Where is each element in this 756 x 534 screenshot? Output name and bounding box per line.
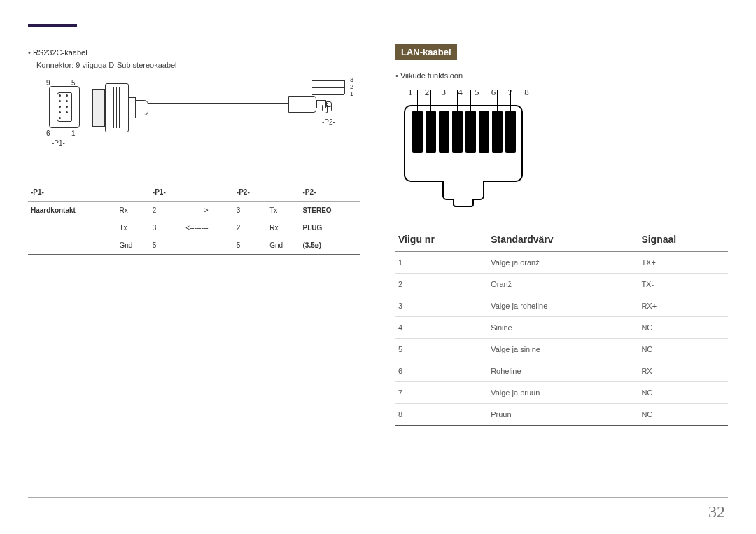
- header-accent-rule: [28, 24, 77, 27]
- lan-cell: NC: [638, 382, 728, 404]
- lan-cell: 6: [396, 360, 488, 382]
- pin-label-6: 6: [46, 129, 50, 137]
- lan-cell: Pruun: [488, 404, 638, 426]
- lan-cell: RX+: [638, 295, 728, 317]
- table-row: 6RohelineRX-: [396, 360, 728, 382]
- lan-cell: Oranž: [488, 274, 638, 295]
- rs232-cell: STEREO: [300, 202, 360, 220]
- footer-divider: [28, 497, 728, 498]
- lan-bullet: Viikude funktsioon: [396, 71, 728, 80]
- rs232-cell: <--------: [183, 219, 234, 237]
- table-row: 3Valge ja rohelineRX+: [396, 295, 728, 317]
- rs232-cell: 3: [234, 202, 267, 220]
- rs232-header-cell: -P2-: [234, 183, 267, 202]
- jack-label-1: 1: [350, 90, 354, 97]
- p1-label: -P1-: [52, 139, 65, 147]
- jack-label-2: 2: [350, 83, 354, 90]
- lan-cell: NC: [638, 317, 728, 339]
- lan-cell: 1: [396, 252, 488, 274]
- lan-cell: Valge ja oranž: [488, 252, 638, 274]
- lan-cell: 5: [396, 339, 488, 360]
- lan-cell: 7: [396, 382, 488, 404]
- rs232-cell: Gnd: [117, 237, 150, 255]
- lan-header-cell: Viigu nr: [396, 227, 488, 252]
- rs232-cell: 3: [150, 219, 183, 237]
- lan-cell: 4: [396, 317, 488, 339]
- rs232-cell: -------->: [183, 202, 234, 220]
- lan-header-cell: Standardvärv: [488, 227, 638, 252]
- rs232-header-cell: [117, 183, 150, 202]
- dsub-connector-icon: [49, 86, 80, 128]
- cable-line: [148, 103, 288, 104]
- lan-cell: NC: [638, 339, 728, 360]
- table-row: 7Valge ja pruunNC: [396, 382, 728, 404]
- rs232-cell: [28, 237, 117, 255]
- rs232-cell: 2: [150, 202, 183, 220]
- lan-cell: 2: [396, 274, 488, 295]
- rs232-pinout-table: -P1--P1--P2--P2- HaardkontaktRx2--------…: [28, 183, 360, 255]
- rs232-cell: Rx: [267, 219, 300, 237]
- table-row: 1Valge ja oranžTX+: [396, 252, 728, 274]
- jack-label-3: 3: [350, 76, 354, 83]
- rs232-cell: 2: [234, 219, 267, 237]
- page-number: 32: [708, 503, 725, 521]
- rs232-cell: ----------: [183, 237, 234, 255]
- rs232-cell: Tx: [267, 202, 300, 220]
- table-row: 8PruunNC: [396, 404, 728, 426]
- rs232-header-cell: -P2-: [300, 183, 360, 202]
- table-row: 5Valge ja sinineNC: [396, 339, 728, 360]
- rs232-header-cell: -P1-: [150, 183, 183, 202]
- table-row: 2OranžTX-: [396, 274, 728, 295]
- lan-header-cell: Signaal: [638, 227, 728, 252]
- rs232-cell: PLUG: [300, 219, 360, 237]
- cable-plug-icon: [92, 83, 148, 132]
- lan-cell: Valge ja pruun: [488, 382, 638, 404]
- table-row: Gnd5----------5Gnd(3.5ø): [28, 237, 360, 255]
- lan-cell: RX-: [638, 360, 728, 382]
- rj45-connector-icon: [404, 105, 523, 182]
- right-column: LAN-kaabel Viikude funktsioon 1 2 3 4 5 …: [396, 44, 728, 426]
- rj45-diagram: 1 2 3 4 5 6 7 8: [404, 87, 728, 213]
- lan-cell: Valge ja sinine: [488, 339, 638, 360]
- lan-cell: TX+: [638, 252, 728, 274]
- lan-cell: TX-: [638, 274, 728, 295]
- lan-cell: Valge ja roheline: [488, 295, 638, 317]
- rs232-cell: 5: [234, 237, 267, 255]
- lan-cell: Roheline: [488, 360, 638, 382]
- rs232-cell: (3.5ø): [300, 237, 360, 255]
- rs232-header-cell: [267, 183, 300, 202]
- two-column-layout: RS232C-kaabel Konnektor: 9 viiguga D-Sub…: [28, 44, 728, 426]
- lan-cell: 3: [396, 295, 488, 317]
- lan-cell: NC: [638, 404, 728, 426]
- rs232-connector-desc: Konnektor: 9 viiguga D-Sub stereokaabel: [36, 61, 360, 69]
- rs232-cell: Tx: [117, 219, 150, 237]
- table-row: 4SinineNC: [396, 317, 728, 339]
- lan-cell: 8: [396, 404, 488, 426]
- header-divider: [28, 31, 728, 31]
- rs232-bullet: RS232C-kaabel: [28, 48, 360, 57]
- rs232-cell: Gnd: [267, 237, 300, 255]
- rs232-header-cell: -P1-: [28, 183, 117, 202]
- rs232-cell: 5: [150, 237, 183, 255]
- rs232-header-cell: [183, 183, 234, 202]
- rs232-cell: [28, 219, 117, 237]
- rs232-cell: Haardkontakt: [28, 202, 117, 220]
- table-row: HaardkontaktRx2-------->3TxSTEREO: [28, 202, 360, 220]
- lan-section-heading: LAN-kaabel: [396, 44, 457, 60]
- left-column: RS232C-kaabel Konnektor: 9 viiguga D-Sub…: [28, 44, 360, 426]
- lan-pinout-table: Viigu nrStandardvärvSignaal 1Valge ja or…: [396, 227, 728, 426]
- lan-cell: Sinine: [488, 317, 638, 339]
- rs232-cell: Rx: [117, 202, 150, 220]
- p2-label: -P2-: [322, 118, 335, 126]
- rs232-cable-diagram: 9 5 6 1 -P1-: [28, 79, 360, 177]
- table-row: Tx3<--------2RxPLUG: [28, 219, 360, 237]
- pin-label-1: 1: [71, 129, 76, 137]
